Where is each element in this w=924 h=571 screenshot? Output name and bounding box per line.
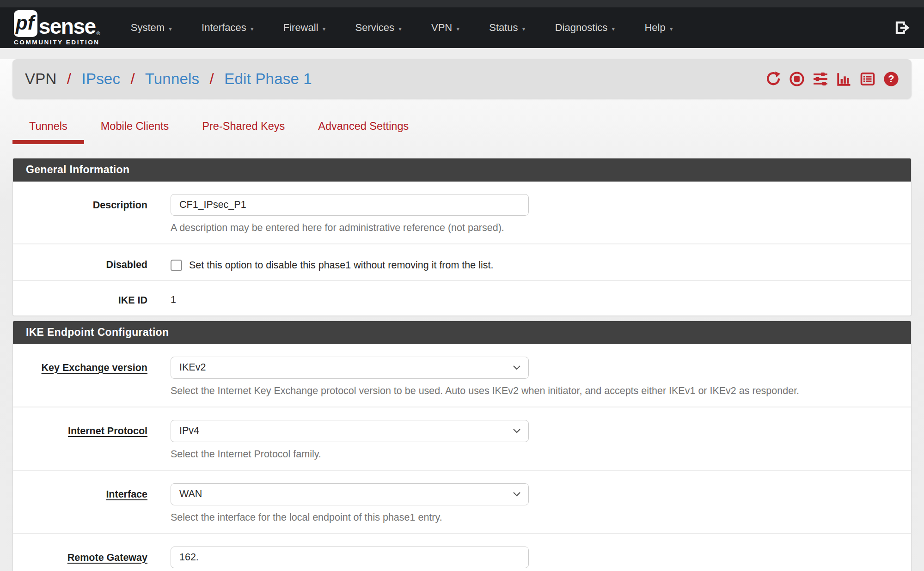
chevron-down-icon [513,428,521,433]
chevron-down-icon: ▾ [323,24,326,32]
remote-gateway-input[interactable] [171,547,529,568]
svg-text:?: ? [888,73,894,85]
chevron-down-icon [513,365,521,370]
chevron-down-icon: ▾ [612,24,615,32]
remote-gateway-label: Remote Gateway [26,547,147,571]
internet-protocol-select[interactable]: IPv4 [171,420,529,442]
key-exchange-version-label: Key Exchange version [26,357,147,398]
interface-row: Interface WAN Select the interface for t… [13,471,911,534]
chevron-down-icon: ▾ [522,24,526,32]
stop-icon[interactable] [789,71,805,87]
bar-chart-icon[interactable] [836,71,852,87]
breadcrumb-separator: / [210,70,214,87]
disabled-checkbox[interactable] [171,260,182,271]
general-information-panel: General Information Description A descri… [12,158,912,316]
breadcrumb-separator: / [67,70,71,87]
tab-tunnels[interactable]: Tunnels [12,120,84,144]
description-help-text: A description may be entered here for ad… [171,222,898,235]
menu-item-diagnostics[interactable]: Diagnostics▾ [555,22,615,34]
disabled-option-text: Set this option to disable this phase1 w… [189,260,493,271]
remote-gateway-row: Remote Gateway Enter the public IP addre… [13,534,911,571]
breadcrumb-separator: / [131,70,135,87]
interface-label: Interface [26,483,147,524]
registered-mark: ® [97,31,100,37]
internet-protocol-row: Internet Protocol IPv4 Select the Intern… [13,407,911,471]
breadcrumb-link-ipsec[interactable]: IPsec [82,70,121,87]
page-toolbar: ? [765,71,899,87]
top-navbar: pf sense ® COMMUNITY EDITION System▾ Int… [0,7,924,48]
log-icon[interactable] [860,71,875,87]
ike-id-label: IKE ID [26,293,147,307]
refresh-icon[interactable] [765,71,781,87]
description-input[interactable] [171,194,529,216]
breadcrumb-root: VPN [25,70,56,87]
chevron-down-icon: ▾ [251,24,254,32]
chevron-down-icon: ▾ [169,24,172,32]
main-menu: System▾ Interfaces▾ Firewall▾ Services▾ … [131,22,881,34]
menu-item-services[interactable]: Services▾ [355,22,402,34]
menu-item-help[interactable]: Help▾ [644,22,673,34]
internet-protocol-label: Internet Protocol [26,420,147,461]
section-tabs: Tunnels Mobile Clients Pre-Shared Keys A… [12,120,912,144]
description-label: Description [26,194,147,235]
panel-title: IKE Endpoint Configuration [13,321,911,344]
disabled-row: Disabled Set this option to disable this… [13,244,911,281]
breadcrumb: VPN / IPsec / Tunnels / Edit Phase 1 [25,70,312,88]
breadcrumb-link-tunnels[interactable]: Tunnels [145,70,200,87]
window-top-strip [0,0,924,7]
menu-item-interfaces[interactable]: Interfaces▾ [202,22,254,34]
sign-out-icon[interactable] [894,20,910,36]
chevron-down-icon [513,492,521,497]
chevron-down-icon: ▾ [398,24,402,32]
sliders-icon[interactable] [813,71,828,87]
breadcrumb-bar: VPN / IPsec / Tunnels / Edit Phase 1 [12,59,912,99]
menu-item-firewall[interactable]: Firewall▾ [283,22,326,34]
community-edition-label: COMMUNITY EDITION [14,39,100,46]
tab-pre-shared-keys[interactable]: Pre-Shared Keys [185,120,301,144]
interface-help-text: Select the interface for the local endpo… [171,511,898,524]
ike-id-value: 1 [171,293,898,306]
tab-mobile-clients[interactable]: Mobile Clients [84,120,186,144]
key-exchange-version-help-text: Select the Internet Key Exchange protoco… [171,385,898,398]
tab-advanced-settings[interactable]: Advanced Settings [301,120,425,144]
ike-endpoint-configuration-panel: IKE Endpoint Configuration Key Exchange … [12,321,912,571]
chevron-down-icon: ▾ [670,24,673,32]
disabled-label: Disabled [26,257,147,271]
breadcrumb-link-edit-phase-1[interactable]: Edit Phase 1 [224,70,312,87]
panel-title: General Information [13,158,911,182]
menu-item-status[interactable]: Status▾ [489,22,525,34]
sense-wordmark: sense [39,16,96,37]
pf-logo-tile: pf [14,10,37,37]
internet-protocol-help-text: Select the Internet Protocol family. [171,448,898,461]
chevron-down-icon: ▾ [456,24,459,32]
interface-select[interactable]: WAN [171,483,529,505]
page-content: VPN / IPsec / Tunnels / Edit Phase 1 [0,59,924,571]
ike-id-row: IKE ID 1 [13,281,911,316]
key-exchange-version-select[interactable]: IKEv2 [171,357,529,379]
menu-item-vpn[interactable]: VPN▾ [431,22,459,34]
menu-item-system[interactable]: System▾ [131,22,172,34]
pfsense-app: pf sense ® COMMUNITY EDITION System▾ Int… [0,0,924,571]
description-row: Description A description may be entered… [13,182,911,244]
key-exchange-version-row: Key Exchange version IKEv2 Select the In… [13,344,911,407]
help-icon[interactable]: ? [883,71,899,87]
pfsense-logo[interactable]: pf sense ® COMMUNITY EDITION [14,10,100,46]
